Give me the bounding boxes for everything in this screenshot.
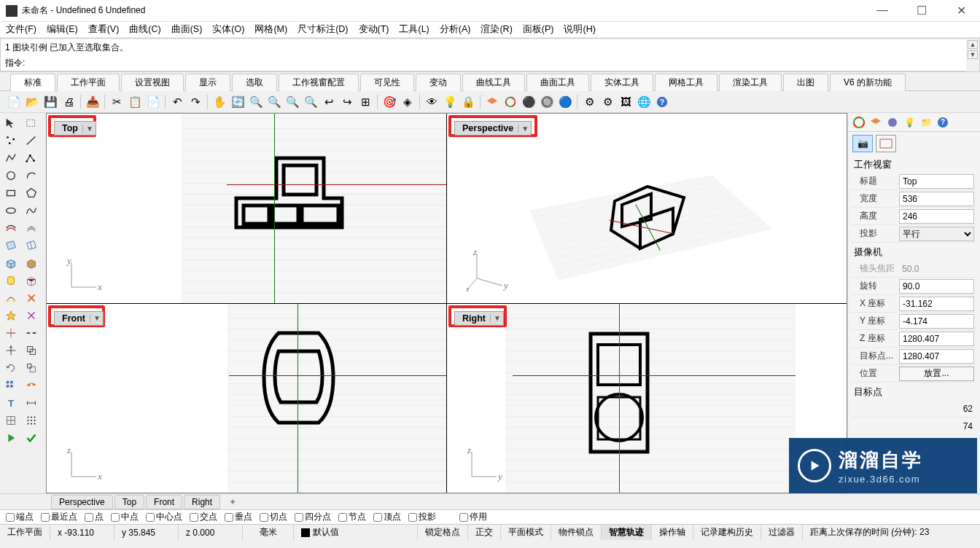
surface-icon[interactable] [1,238,20,254]
menu-help[interactable]: 说明(H) [564,23,595,36]
options-icon[interactable]: ⚙ [581,94,597,110]
rendering-tab-icon[interactable]: 💡 [903,116,916,129]
lock-icon[interactable]: 🔒 [460,94,476,110]
osnap-disable[interactable]: 停用 [459,511,487,523]
maximize-button[interactable]: ☐ [909,4,935,17]
rectangle-icon[interactable] [1,185,20,201]
paste-icon[interactable]: 📄 [145,94,161,110]
show-icon[interactable]: 👁 [424,94,440,110]
layers-tab-icon[interactable] [869,116,882,129]
move-icon[interactable] [1,342,20,359]
status-gumball[interactable]: 操作轴 [652,525,693,540]
texture-icon[interactable]: 🔵 [557,94,573,110]
libraries-tab-icon[interactable]: 📁 [919,116,933,129]
split-icon[interactable] [22,325,41,341]
undo-icon[interactable]: ↶ [169,94,185,110]
tab-standard[interactable]: 标准 [10,74,55,91]
status-ortho[interactable]: 正交 [468,525,501,540]
tab-v6new[interactable]: V6 的新功能 [830,74,906,91]
new-icon[interactable]: 📄 [6,94,22,110]
zoom-window-icon[interactable]: 🔍 [248,94,264,110]
curve-tools-icon[interactable] [1,220,20,236]
chevron-down-icon[interactable]: ▼ [490,314,497,322]
status-unit[interactable]: 毫米 [243,525,294,540]
mesh-tools-icon[interactable] [22,273,41,289]
menu-render[interactable]: 渲染(R) [481,23,512,36]
hide-icon[interactable]: 💡 [442,94,458,110]
osnap-int[interactable]: 交点 [190,511,217,523]
lasso-icon[interactable] [22,115,41,131]
render-icon[interactable]: 🖼 [618,94,634,110]
status-smarttrack[interactable]: 智慧轨迹 [602,525,652,540]
prop-z-input[interactable] [899,332,974,346]
explode-icon[interactable] [1,308,20,324]
menu-view[interactable]: 查看(V) [88,23,120,36]
zoom-dynamic-icon[interactable]: 🔍 [303,94,319,110]
viewport-right[interactable]: Right▼ yz [447,304,847,493]
tab-solidtools[interactable]: 实体工具 [591,74,653,91]
prop-y-input[interactable] [899,314,974,329]
check-icon[interactable] [22,430,41,446]
doc-properties-icon[interactable]: ⚙ [599,94,615,110]
chevron-down-icon[interactable]: ▼ [90,314,97,322]
tab-display[interactable]: 显示 [185,74,230,91]
history-scroll[interactable]: ▲▼ [966,39,979,71]
tab-curvetools[interactable]: 曲线工具 [462,74,525,91]
status-osnap[interactable]: 物件锁点 [551,525,602,540]
osnap-cen[interactable]: 中心点 [146,511,182,523]
surface-edit-icon[interactable] [22,238,41,254]
tab-surfacetools[interactable]: 曲面工具 [526,74,589,91]
menu-tools[interactable]: 工具(L) [399,23,429,36]
array-icon[interactable] [1,377,20,394]
osnap-end[interactable]: 端点 [6,511,34,523]
tab-meshtools[interactable]: 网格工具 [655,74,718,91]
tab-drafting[interactable]: 出图 [783,74,828,91]
zoom-selected-icon[interactable]: 🔍 [284,94,300,110]
run-icon[interactable] [1,430,20,446]
rotate-icon[interactable]: 🔄 [230,94,246,110]
prop-title-input[interactable] [899,174,974,189]
status-history[interactable]: 记录建构历史 [693,525,761,540]
menu-transform[interactable]: 变动(T) [359,23,389,36]
ellipse-icon[interactable] [1,203,20,219]
edit-points-icon[interactable] [1,290,20,306]
wallpaper-mode-button[interactable] [876,135,896,152]
delete-icon[interactable] [22,290,41,306]
viewport-perspective[interactable]: Perspective▼ yzx [447,114,847,303]
offset-icon[interactable] [22,220,41,236]
trim-icon[interactable] [1,325,20,341]
chevron-down-icon[interactable]: ▼ [518,125,525,133]
menu-analyze[interactable]: 分析(A) [440,23,471,36]
properties-tab-icon[interactable] [852,116,866,129]
box-icon[interactable] [1,255,20,271]
menu-file[interactable]: 文件(F) [6,23,36,36]
flow-icon[interactable] [22,377,41,394]
osnap-near[interactable]: 最近点 [41,511,77,523]
text-icon[interactable]: T [1,395,20,411]
copy-icon[interactable]: 📋 [127,94,143,110]
tab-select[interactable]: 选取 [232,74,277,91]
prop-rotation-input[interactable] [899,279,974,294]
prop-x-input[interactable] [899,297,974,311]
prop-place-button[interactable]: 放置... [899,367,974,381]
circle-icon[interactable] [1,168,20,184]
line-icon[interactable] [22,133,41,149]
cut-icon[interactable]: ✂ [109,94,125,110]
osnap-vertex[interactable]: 顶点 [373,511,401,523]
prop-height-input[interactable] [899,209,974,224]
menu-mesh[interactable]: 网格(M) [254,23,287,36]
help-icon[interactable]: ? [654,94,670,110]
redo-icon[interactable]: ↷ [187,94,203,110]
polygon-icon[interactable] [22,185,41,201]
menu-panels[interactable]: 面板(P) [523,23,554,36]
arc-icon[interactable] [22,168,41,184]
osnap-tan[interactable]: 切点 [260,511,287,523]
four-view-icon[interactable]: ⊞ [357,94,373,110]
import-icon[interactable]: 📥 [85,94,101,110]
tab-visibility[interactable]: 可见性 [360,74,414,91]
status-planar[interactable]: 平面模式 [501,525,551,540]
menu-solid[interactable]: 实体(O) [212,23,244,36]
vtab-top[interactable]: Top [114,495,144,509]
viewport-top[interactable]: Top▼ xy [47,114,446,303]
rotate-icon[interactable] [1,360,20,376]
